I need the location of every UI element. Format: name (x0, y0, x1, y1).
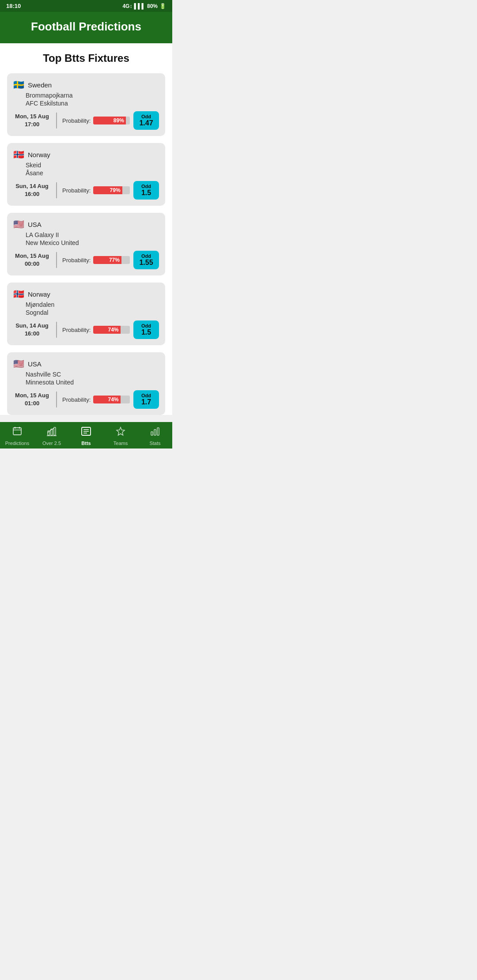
svg-marker-12 (117, 427, 125, 435)
fixture-card-1[interactable]: 🇸🇪 Sweden Brommapojkarna AFC Eskilstuna … (7, 73, 165, 136)
divider (56, 392, 57, 407)
divider (56, 182, 57, 198)
country-row: 🇸🇪 Sweden (13, 79, 159, 90)
team1-name: Brommapojkarna (26, 92, 159, 99)
btts-label: Btts (81, 441, 91, 446)
country-row: 🇳🇴 Norway (13, 289, 159, 299)
nav-item-predictions[interactable]: Predictions (4, 426, 30, 446)
fixture-datetime: Mon, 15 Aug01:00 (13, 392, 51, 407)
flag-icon: 🇳🇴 (13, 289, 24, 299)
probability-section: Probability: 77% (62, 256, 130, 264)
divider (56, 322, 57, 338)
network-icon: 4G↕ (122, 3, 132, 9)
prob-bar-container: 74% (93, 396, 130, 403)
prob-text: 74% (108, 396, 118, 403)
odd-value: 1.55 (138, 259, 155, 267)
bottom-nav: Predictions Over 2.5 Btts (0, 422, 172, 449)
odd-badge[interactable]: Odd 1.7 (133, 390, 159, 409)
predictions-icon (12, 426, 22, 439)
prob-text: 74% (108, 327, 118, 333)
country-name: Norway (28, 151, 50, 158)
main-content: Top Btts Fixtures 🇸🇪 Sweden Brommapojkar… (0, 43, 172, 415)
team1-name: LA Galaxy II (26, 231, 159, 238)
prob-label: Probability: (62, 396, 91, 403)
country-name: USA (28, 360, 42, 368)
odd-badge[interactable]: Odd 1.55 (133, 251, 159, 269)
odd-value: 1.47 (138, 119, 155, 127)
probability-section: Probability: 89% (62, 117, 130, 124)
odd-badge[interactable]: Odd 1.47 (133, 111, 159, 130)
prob-bar-fill: 79% (93, 186, 122, 194)
flag-icon: 🇸🇪 (13, 79, 24, 90)
page-title: Football Predictions (9, 20, 163, 34)
fixture-bottom-row: Sun, 14 Aug16:00 Probability: 74% Odd 1.… (13, 320, 159, 339)
prob-text: 89% (114, 117, 124, 124)
predictions-label: Predictions (5, 441, 29, 446)
fixture-datetime: Mon, 15 Aug17:00 (13, 113, 51, 128)
fixture-card-4[interactable]: 🇳🇴 Norway Mjøndalen Sogndal Sun, 14 Aug1… (7, 283, 165, 345)
prob-label: Probability: (62, 187, 91, 194)
odd-badge[interactable]: Odd 1.5 (133, 181, 159, 200)
odd-value: 1.5 (138, 189, 155, 197)
prob-label: Probability: (62, 327, 91, 333)
svg-rect-14 (154, 430, 156, 435)
team1-name: Mjøndalen (26, 301, 159, 308)
country-row: 🇳🇴 Norway (13, 149, 159, 160)
prob-bar-container: 74% (93, 326, 130, 334)
teams-label: Teams (114, 441, 128, 446)
country-name: Sweden (28, 81, 52, 89)
odd-badge[interactable]: Odd 1.5 (133, 320, 159, 339)
odd-value: 1.7 (138, 398, 155, 406)
stats-label: Stats (149, 441, 160, 446)
team1-name: Skeid (26, 162, 159, 169)
fixture-card-3[interactable]: 🇺🇸 USA LA Galaxy II New Mexico United Mo… (7, 213, 165, 275)
fixture-bottom-row: Mon, 15 Aug01:00 Probability: 74% Odd 1.… (13, 390, 159, 409)
teams-icon (116, 426, 125, 439)
svg-rect-6 (54, 427, 56, 435)
odd-label: Odd (138, 114, 155, 119)
divider (56, 252, 57, 268)
over25-icon (47, 426, 57, 439)
stats-icon (150, 426, 160, 439)
probability-section: Probability: 79% (62, 186, 130, 194)
fixture-card-5[interactable]: 🇺🇸 USA Nashville SC Minnesota United Mon… (7, 352, 165, 415)
btts-icon (81, 426, 91, 439)
team2-name: Minnesota United (26, 379, 159, 386)
prob-label: Probability: (62, 257, 91, 264)
team2-name: New Mexico United (26, 239, 159, 246)
svg-rect-15 (157, 428, 159, 435)
odd-label: Odd (138, 323, 155, 328)
odd-value: 1.5 (138, 328, 155, 336)
prob-bar-fill: 77% (93, 256, 121, 264)
team2-name: Åsane (26, 170, 159, 177)
odd-label: Odd (138, 184, 155, 189)
flag-icon: 🇺🇸 (13, 358, 24, 369)
battery-icon: 🔋 (159, 3, 166, 9)
prob-text: 77% (109, 257, 120, 263)
nav-item-stats[interactable]: Stats (142, 426, 168, 446)
country-name: USA (28, 221, 42, 228)
divider (56, 113, 57, 128)
fixture-card-2[interactable]: 🇳🇴 Norway Skeid Åsane Sun, 14 Aug16:00 P… (7, 143, 165, 206)
fixture-bottom-row: Sun, 14 Aug16:00 Probability: 79% Odd 1.… (13, 181, 159, 200)
app-header: Football Predictions (0, 12, 172, 43)
nav-item-teams[interactable]: Teams (107, 426, 134, 446)
status-right: 4G↕ ▌▌▌ 80% 🔋 (122, 3, 166, 9)
prob-bar-container: 77% (93, 256, 130, 264)
svg-rect-0 (13, 428, 21, 435)
flag-icon: 🇳🇴 (13, 149, 24, 160)
odd-label: Odd (138, 393, 155, 398)
nav-item-over25[interactable]: Over 2.5 (38, 426, 65, 446)
team2-name: AFC Eskilstuna (26, 100, 159, 107)
team1-name: Nashville SC (26, 371, 159, 378)
svg-rect-13 (151, 432, 153, 435)
probability-section: Probability: 74% (62, 396, 130, 403)
prob-bar-fill: 89% (93, 117, 126, 124)
section-title: Top Btts Fixtures (7, 52, 165, 64)
team2-name: Sogndal (26, 309, 159, 316)
over25-label: Over 2.5 (42, 441, 61, 446)
status-bar: 18:10 4G↕ ▌▌▌ 80% 🔋 (0, 0, 172, 12)
nav-item-btts[interactable]: Btts (73, 426, 99, 446)
signal-icon: ▌▌▌ (134, 3, 145, 9)
prob-label: Probability: (62, 117, 91, 124)
